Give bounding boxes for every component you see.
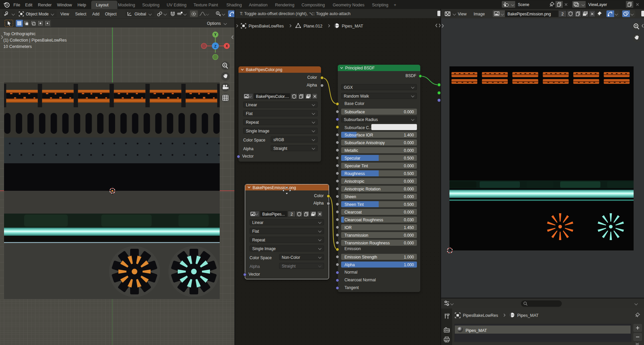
svg-text:Z: Z	[214, 44, 217, 48]
svg-text:X: X	[226, 44, 228, 48]
svg-text:Y: Y	[214, 33, 217, 37]
